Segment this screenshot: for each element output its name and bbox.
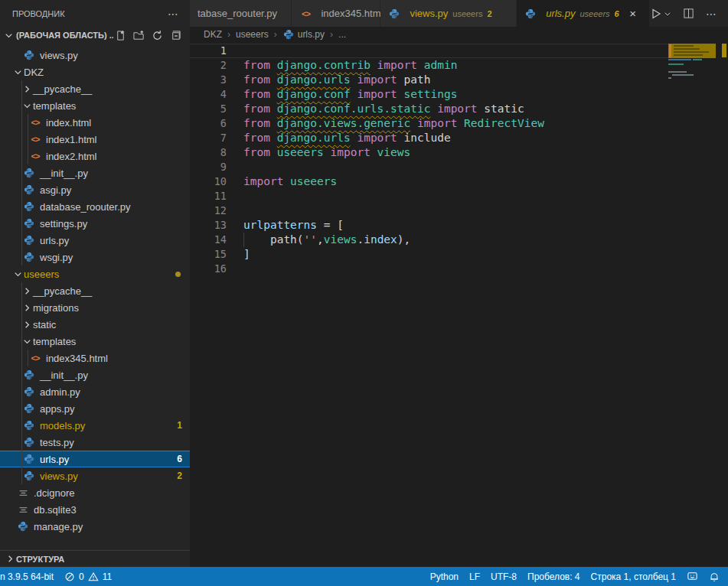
tab-urls-py[interactable]: urls.pyuseeers6× [517,0,650,27]
tree-item-label: settings.py [40,218,87,230]
python-file-icon [524,8,537,20]
code-line-3[interactable]: 3from django.urls import path [190,73,728,87]
tab-views-py[interactable]: views.pyuseeers2 [380,0,517,27]
split-editor-icon[interactable] [683,8,694,19]
tree-item-asgi-py[interactable]: asgi.py [0,181,190,198]
tree-item-admin-py[interactable]: admin.py [0,383,190,400]
code-line-6[interactable]: 6from django.views.generic import Redire… [190,116,728,131]
feedback-icon[interactable] [681,567,704,586]
tree-item-dcignore[interactable]: .dcignore [0,484,190,501]
tree-item-views-py[interactable]: views.py [0,47,190,63]
code-line-11[interactable]: 11 [190,189,728,203]
tree-item-tests-py[interactable]: tests.py [0,434,190,451]
tab-index345-html[interactable]: <>index345.html [292,0,380,27]
tab-label: tabase_roouter.py [198,8,277,19]
tree-item-wsgi-py[interactable]: wsgi.py [0,249,190,265]
chevron-down-icon [21,99,33,112]
tree-item-init-py[interactable]: __init__.py [0,164,190,181]
editor-scrollbar[interactable] [720,42,728,567]
editor-more-icon[interactable]: ⋯ [706,8,717,20]
code-line-1[interactable]: 1 [190,44,668,58]
close-icon[interactable]: × [627,7,639,20]
collapse-all-icon[interactable] [168,28,182,42]
tree-item-pycache[interactable]: __pycache__ [0,80,190,97]
tree-item-manage-py[interactable]: manage.py [0,518,190,535]
tree-item-init-py[interactable]: __init__.py [0,366,190,383]
tree-item-apps-py[interactable]: apps.py [0,400,190,417]
tree-item-database-roouter-py[interactable]: database_roouter.py [0,198,190,215]
refresh-icon[interactable] [150,28,164,42]
tab-tabase-roouter-py[interactable]: tabase_roouter.py [190,0,292,27]
breadcrumb-item-urls-py[interactable]: urls.py [282,28,325,41]
tree-item-db-sqlite3[interactable]: db.sqlite3 [0,501,190,518]
code-line-10[interactable]: 10import useeers [190,174,728,189]
outline-section-header[interactable]: СТРУКТУРА [0,550,190,567]
code-token: path( [243,233,304,246]
tree-item-templates[interactable]: templates [0,333,190,350]
tree-item-index2-html[interactable]: <>index2.html [0,148,190,164]
tree-item-index1-html[interactable]: <>index1.html [0,131,190,148]
tree-item-views-py[interactable]: views.py2 [0,467,190,484]
code-line-7[interactable]: 7from django.urls import include [190,131,728,145]
minimap[interactable] [668,44,716,128]
python-interpreter-status[interactable]: n 3.9.5 64-bit [0,567,59,586]
tree-item-dkz[interactable]: DKZ [0,63,190,80]
workspace-section-header[interactable]: (РАБОЧАЯ ОБЛАСТЬ) ... [0,27,190,44]
breadcrumb-item-dkz[interactable]: DKZ [204,29,222,40]
tree-item-urls-py[interactable]: urls.py [0,232,190,249]
breadcrumb-item-useeers[interactable]: useeers [236,29,269,40]
file-tree: views.pyDKZ__pycache__templates<>index.h… [0,44,190,535]
line-number: 10 [190,174,227,189]
new-file-icon[interactable] [113,28,127,42]
line-number: 3 [190,73,227,87]
python-file-icon [23,217,35,230]
language-mode-status[interactable]: Python [425,567,464,586]
chevron-right-icon [5,553,16,565]
breadcrumb-separator-icon: › [274,29,277,40]
code-line-12[interactable]: 12 [190,203,728,218]
tree-item-pycache[interactable]: __pycache__ [0,282,190,299]
indent-guide [28,350,28,366]
tree-item-models-py[interactable]: models.py1 [0,417,190,434]
explorer-more-icon[interactable]: ⋯ [168,8,179,20]
code-line-2[interactable]: 2from django.contrib import admin [190,58,728,73]
code-line-8[interactable]: 8from useeers import views [190,145,728,160]
chevron-right-icon [21,318,33,330]
tree-item-label: index2.html [46,151,96,162]
tree-item-index-html[interactable]: <>index.html [0,114,190,131]
line-number: 8 [190,145,227,160]
tree-item-settings-py[interactable]: settings.py [0,215,190,232]
editor-tab-bar: tabase_roouter.py<>index345.htmlviews.py… [190,0,728,27]
eol-status[interactable]: LF [464,567,485,586]
cursor-position-status[interactable]: Строка 1, столбец 1 [586,567,681,586]
problems-status[interactable]: 0 11 [59,567,117,586]
tree-item-static[interactable]: static [0,316,190,333]
tree-item-urls-py[interactable]: urls.py6 [0,451,190,467]
code-line-15[interactable]: 15] [190,247,728,262]
code-token: ), [397,233,410,246]
tree-item-templates[interactable]: templates [0,97,190,114]
tree-item-label: __pycache__ [33,83,92,95]
code-text: path('',views.index), [243,233,410,247]
code-line-5[interactable]: 5from django.conf.urls.static import sta… [190,102,728,116]
code-line-9[interactable]: 9 [190,160,728,174]
encoding-status[interactable]: UTF-8 [485,567,522,586]
indentation-status[interactable]: Пробелов: 4 [522,567,586,586]
warning-count: 11 [103,571,112,582]
code-line-13[interactable]: 13urlpatterns = [ [190,218,728,233]
tree-item-migrations[interactable]: migrations [0,299,190,316]
tree-item-useeers[interactable]: useeers [0,265,190,282]
new-folder-icon[interactable] [132,28,145,42]
code-line-16[interactable]: 16 [190,262,728,276]
run-button[interactable] [650,8,671,20]
python-file-icon [17,520,29,532]
code-token: from [243,132,277,144]
code-line-4[interactable]: 4from django.conf import settings [190,87,728,102]
tree-item-index345-html[interactable]: <>index345.html [0,350,190,366]
breadcrumb-item-[interactable]: ... [338,29,346,40]
code-line-14[interactable]: 14 path('',views.index), [190,233,728,247]
tab-description: useeers [579,9,609,18]
code-text: from django.contrib import admin [243,58,457,73]
notifications-bell-icon[interactable] [704,567,725,586]
code-editor[interactable]: 12from django.contrib import admin3from … [190,42,728,567]
